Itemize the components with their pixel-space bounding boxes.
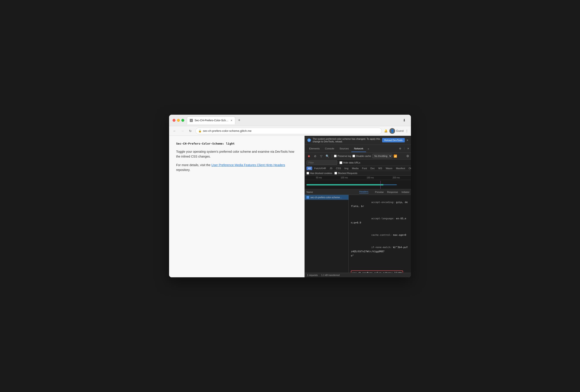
throttle-select[interactable]: No throttling (372, 154, 392, 158)
timeline-marker-1: 50 ms (316, 177, 322, 179)
tab-console[interactable]: Console (322, 145, 337, 152)
network-settings-icon[interactable]: ⚙ (406, 154, 409, 158)
hide-data-urls-label: Hide data URLs (343, 161, 360, 164)
rt-all[interactable]: All (306, 167, 312, 170)
info-icon: i (307, 138, 311, 142)
timeline-cursor (380, 181, 381, 189)
browser-tab[interactable]: S Sec-CH-Prefers-Color-Schem... × (187, 116, 235, 124)
devtools-tabs: Elements Console Sources Network » ⚙ ⋮ ✕ (305, 145, 411, 153)
disable-cache-input[interactable] (352, 155, 355, 157)
rt-doc[interactable]: Doc (369, 167, 376, 170)
blocked-requests-label: Blocked Requests (338, 172, 357, 175)
url-bar[interactable]: 🔒 sec-ch-prefers-color-scheme.glitch.me (195, 128, 382, 134)
page-para-1: Toggle your operating system's preferred… (176, 149, 297, 159)
request-item[interactable]: sec-ch-prefers-color-scheme... (305, 195, 348, 200)
page-para-2-prefix: For more details, visit the (176, 163, 211, 167)
blocked-cookies-input[interactable] (306, 172, 309, 175)
blocked-requests-checkbox[interactable]: Blocked Requests (334, 172, 357, 175)
disable-cache-label: Disable cache (356, 155, 371, 157)
resource-types: All Fetch/XHR JS CSS Img Media Font Doc … (306, 167, 411, 170)
header-accept-language: accept-language: en-US,en;q=0.9 (351, 213, 409, 229)
tab-sources[interactable]: Sources (337, 145, 351, 152)
minimize-window-button[interactable] (177, 119, 180, 122)
hide-data-urls-input[interactable] (339, 161, 342, 164)
tab-favicon: S (190, 119, 193, 122)
filter-toggle-button[interactable]: ▽ (319, 154, 324, 158)
bell-icon[interactable]: 🔔 (384, 129, 388, 132)
browser-window: S Sec-CH-Prefers-Color-Schem... × + ⬇ ← … (169, 115, 411, 277)
timeline-marker-3: 150 ms (367, 177, 374, 179)
title-bar-right: ⬇ (401, 117, 407, 124)
disable-cache-checkbox[interactable]: Disable cache (352, 155, 371, 157)
transferred-size: 1.1 kB transferred (321, 274, 339, 277)
requests-count: 1 requests (307, 274, 318, 277)
back-button[interactable]: ← (172, 128, 177, 134)
devtools-settings-icon[interactable]: ⚙ (399, 147, 401, 150)
clear-button[interactable]: ⊘ (313, 154, 317, 158)
filter-input[interactable] (306, 160, 337, 165)
request-favicon (306, 196, 309, 199)
preserve-log-input[interactable] (334, 155, 337, 157)
address-right-area: 🔔 👤 Guest ⋮ (384, 128, 408, 134)
hide-data-urls-checkbox[interactable]: Hide data URLs (339, 161, 360, 164)
header-if-none-match: if-none-match: W/"3b4-puYz4Q5/GV7nZfWtr/… (351, 241, 409, 262)
headers-panel: accept-encoding: gzip, deflate, br accep… (349, 195, 411, 273)
url-text: sec-ch-prefers-color-scheme.glitch.me (203, 129, 252, 132)
timeline-track (306, 181, 409, 189)
rt-fetch-xhr[interactable]: Fetch/XHR (313, 167, 328, 170)
devtools-more-icon[interactable]: ⋮ (403, 147, 406, 150)
tabs-area: S Sec-CH-Prefers-Color-Schem... × + (187, 116, 398, 124)
notification-close-button[interactable]: × (407, 138, 408, 142)
page-content: Sec-CH-Prefers-Color-Scheme: light Toggl… (169, 136, 304, 277)
wifi-icon[interactable]: 📶 (394, 154, 397, 158)
rt-ws[interactable]: WS (377, 167, 384, 170)
browser-content: Sec-CH-Prefers-Color-Scheme: light Toggl… (169, 136, 411, 277)
traffic-lights (173, 119, 184, 122)
page-para-2: For more details, visit the User Prefere… (176, 163, 297, 173)
reload-devtools-button[interactable]: Reload DevTools (382, 138, 405, 142)
page-para-2-suffix: repository. (176, 168, 190, 172)
rt-wasm[interactable]: Wasm (384, 167, 394, 170)
notification-text: The system-preferred color scheme has ch… (313, 138, 380, 143)
filter-bar: Hide data URLs (305, 160, 411, 166)
filter-row2: Has blocked cookies Blocked Requests (305, 171, 411, 176)
headers-content: accept-encoding: gzip, deflate, br accep… (349, 195, 411, 273)
response-tab-label[interactable]: Response (387, 191, 398, 193)
forward-button[interactable]: → (180, 128, 185, 134)
rt-media[interactable]: Media (350, 167, 360, 170)
blocked-requests-input[interactable] (334, 172, 337, 175)
maximize-window-button[interactable] (181, 119, 184, 122)
rt-font[interactable]: Font (361, 167, 369, 170)
browser-menu-button[interactable]: ⋮ (406, 129, 408, 132)
tab-elements[interactable]: Elements (306, 145, 322, 152)
header-cache-control: cache-control: max-age=0 (351, 229, 409, 241)
download-icon[interactable]: ⬇ (401, 117, 407, 124)
record-button[interactable]: ⏺ (306, 154, 311, 158)
request-list-header: Name Headers Preview Response Initiator … (305, 189, 411, 195)
network-toolbar: ⏺ ⊘ ▽ 🔍 Preserve log Disable cache No th… (305, 153, 411, 160)
preview-tab-label[interactable]: Preview (375, 191, 384, 193)
rt-img[interactable]: Img (343, 167, 350, 170)
devtools-close-icon[interactable]: ✕ (407, 147, 409, 150)
page-link[interactable]: User Preference Media Features Client Hi… (211, 163, 285, 167)
more-tabs-button[interactable]: » (366, 146, 371, 151)
rt-css[interactable]: CSS (334, 167, 343, 170)
rt-manifest[interactable]: Manifest (394, 167, 407, 170)
request-list[interactable]: sec-ch-prefers-color-scheme... (305, 195, 349, 273)
initiator-tab-label[interactable]: Initiator (402, 191, 409, 193)
profile-area[interactable]: 👤 Guest (389, 128, 404, 134)
new-tab-button[interactable]: + (236, 117, 242, 123)
close-window-button[interactable] (173, 119, 175, 122)
rt-other[interactable]: Other (407, 167, 411, 170)
blocked-cookies-checkbox[interactable]: Has blocked cookies (306, 172, 332, 175)
timeline-blue-bar (306, 184, 397, 185)
tab-close-button[interactable]: × (231, 119, 232, 122)
devtools-statusbar: 1 requests 1.1 kB transferred (305, 273, 411, 277)
tab-network[interactable]: Network (351, 145, 366, 152)
rt-js[interactable]: JS (328, 167, 334, 170)
reload-button[interactable]: ↻ (187, 128, 193, 134)
devtools-panel: i The system-preferred color scheme has … (304, 136, 411, 277)
preserve-log-checkbox[interactable]: Preserve log (334, 155, 351, 157)
search-button[interactable]: 🔍 (325, 154, 330, 158)
timeline-marker-4: 200 ms (393, 177, 400, 179)
